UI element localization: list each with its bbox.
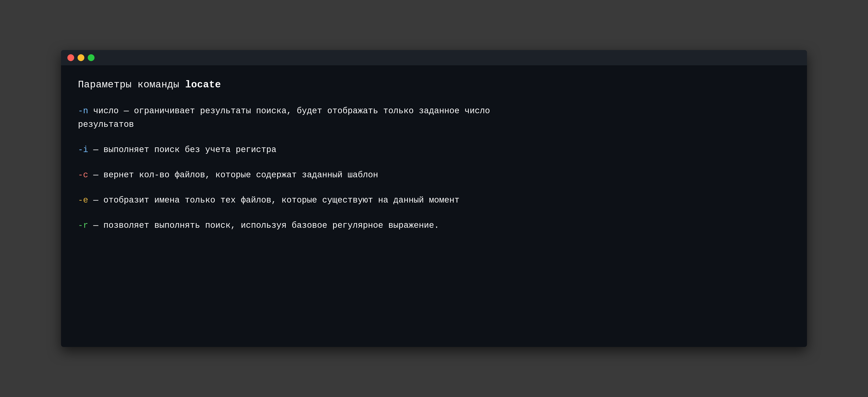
param-e-text: — отобразит имена только тех файлов, кот… [88,196,459,205]
param-n-text: число — ограничивает результаты поиска, … [78,106,490,130]
param-i-block: -i — выполняет поиск без учета регистра [78,143,790,157]
param-i-flag: -i [78,145,88,154]
terminal-window: Параметры команды locate -n число — огра… [61,50,807,347]
section-title: Параметры команды locate [78,78,790,92]
param-r-flag: -r [78,221,88,230]
param-r-block: -r — позволяет выполнять поиск, использу… [78,219,790,232]
minimize-button[interactable] [78,54,84,61]
param-n-block: -n число — ограничивает результаты поиск… [78,104,790,132]
param-e-flag: -e [78,196,88,205]
param-c-flag: -c [78,170,88,180]
param-r-text: — позволяет выполнять поиск, используя б… [88,221,439,230]
close-button[interactable] [67,54,74,61]
param-c-block: -c — вернет кол-во файлов, которые содер… [78,168,790,182]
param-e-block: -e — отобразит имена только тех файлов, … [78,194,790,207]
param-c-text: — вернет кол-во файлов, которые содержат… [88,170,378,180]
heading-command: locate [185,79,221,90]
param-n-flag: -n [78,106,88,116]
heading-prefix: Параметры команды [78,79,185,90]
param-i-text: — выполняет поиск без учета регистра [88,145,276,154]
maximize-button[interactable] [88,54,94,61]
terminal-content: Параметры команды locate -n число — огра… [61,65,807,261]
title-bar [61,50,807,65]
